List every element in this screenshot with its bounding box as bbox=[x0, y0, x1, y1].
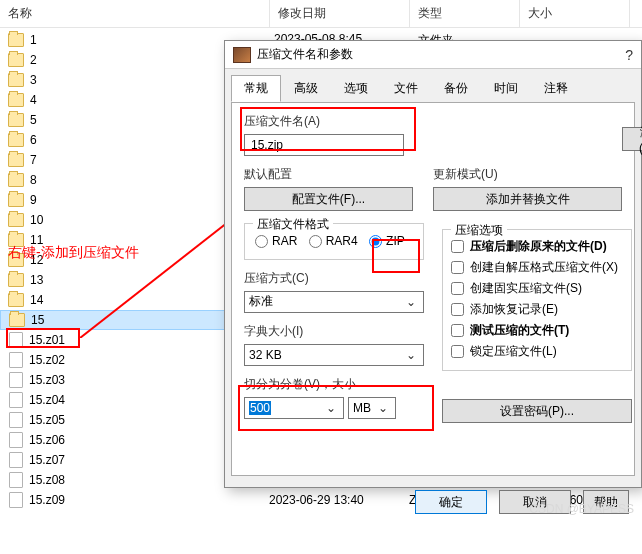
file-icon bbox=[9, 432, 23, 448]
file-icon bbox=[9, 412, 23, 428]
col-type[interactable]: 类型 bbox=[410, 0, 520, 27]
file-icon bbox=[9, 392, 23, 408]
chevron-down-icon: ⌄ bbox=[403, 348, 419, 362]
option-checkbox[interactable]: 锁定压缩文件(L) bbox=[451, 343, 623, 360]
method-label: 压缩方式(C) bbox=[244, 270, 424, 287]
folder-icon bbox=[9, 313, 25, 327]
folder-icon bbox=[8, 153, 24, 167]
options-legend: 压缩选项 bbox=[451, 222, 507, 239]
file-icon bbox=[9, 472, 23, 488]
chevron-down-icon: ⌄ bbox=[403, 295, 419, 309]
tab-时间[interactable]: 时间 bbox=[481, 75, 531, 102]
folder-icon bbox=[8, 73, 24, 87]
volume-unit-select[interactable]: MB⌄ bbox=[348, 397, 396, 419]
folder-name: 15 bbox=[31, 313, 44, 327]
winrar-icon bbox=[233, 47, 251, 63]
radio-rar[interactable]: RAR bbox=[255, 234, 297, 248]
tab-选项[interactable]: 选项 bbox=[331, 75, 381, 102]
dialog-titlebar[interactable]: 压缩文件名和参数 ? bbox=[225, 41, 641, 69]
col-size[interactable]: 大小 bbox=[520, 0, 630, 27]
tab-备份[interactable]: 备份 bbox=[431, 75, 481, 102]
folder-name: 4 bbox=[30, 93, 37, 107]
format-legend: 压缩文件格式 bbox=[253, 216, 333, 233]
options-column: 压缩选项 压缩后删除原来的文件(D)创建自解压格式压缩文件(X)创建固实压缩文件… bbox=[442, 271, 632, 423]
folder-name: 6 bbox=[30, 133, 37, 147]
file-icon bbox=[9, 332, 23, 348]
watermark: CSDN @BYAPESS bbox=[529, 502, 634, 516]
browse-button[interactable]: 浏览(B)... bbox=[622, 127, 642, 151]
file-icon bbox=[9, 452, 23, 468]
option-checkbox[interactable]: 测试压缩的文件(T) bbox=[451, 322, 623, 339]
chevron-down-icon: ⌄ bbox=[323, 401, 339, 415]
folder-icon bbox=[8, 33, 24, 47]
option-checkbox[interactable]: 压缩后删除原来的文件(D) bbox=[451, 238, 623, 255]
folder-name: 10 bbox=[30, 213, 43, 227]
folder-name: 14 bbox=[30, 293, 43, 307]
tab-高级[interactable]: 高级 bbox=[281, 75, 331, 102]
tab-文件[interactable]: 文件 bbox=[381, 75, 431, 102]
folder-icon bbox=[8, 213, 24, 227]
folder-name: 1 bbox=[30, 33, 37, 47]
tab-strip: 常规高级选项文件备份时间注释 bbox=[225, 69, 641, 102]
folder-icon bbox=[8, 113, 24, 127]
option-checkbox[interactable]: 创建自解压格式压缩文件(X) bbox=[451, 259, 623, 276]
col-date[interactable]: 修改日期 bbox=[270, 0, 410, 27]
dialog-title-text: 压缩文件名和参数 bbox=[257, 46, 353, 63]
option-checkbox[interactable]: 添加恢复记录(E) bbox=[451, 301, 623, 318]
update-mode-button[interactable]: 添加并替换文件 bbox=[433, 187, 622, 211]
folder-icon bbox=[8, 53, 24, 67]
file-icon bbox=[9, 372, 23, 388]
ok-button[interactable]: 确定 bbox=[415, 490, 487, 514]
archive-dialog: 压缩文件名和参数 ? 常规高级选项文件备份时间注释 压缩文件名(A) 浏览(B)… bbox=[224, 40, 642, 488]
col-name[interactable]: 名称 bbox=[0, 0, 270, 27]
radio-zip[interactable]: ZIP bbox=[369, 234, 405, 248]
archive-name-input[interactable] bbox=[244, 134, 404, 156]
volume-label: 切分为分卷(V)，大小 bbox=[244, 376, 424, 393]
chevron-down-icon: ⌄ bbox=[375, 401, 391, 415]
tab-general: 压缩文件名(A) 浏览(B)... 默认配置 配置文件(F)... 更新模式(U… bbox=[231, 102, 635, 476]
help-icon[interactable]: ? bbox=[625, 47, 633, 63]
folder-icon bbox=[8, 293, 24, 307]
file-icon bbox=[9, 352, 23, 368]
update-mode-label: 更新模式(U) bbox=[433, 166, 622, 183]
method-select[interactable]: 标准⌄ bbox=[244, 291, 424, 313]
tab-常规[interactable]: 常规 bbox=[231, 75, 281, 102]
volume-size-input[interactable]: 500⌄ bbox=[244, 397, 344, 419]
folder-icon bbox=[8, 273, 24, 287]
radio-rar4[interactable]: RAR4 bbox=[309, 234, 358, 248]
option-checkbox[interactable]: 创建固实压缩文件(S) bbox=[451, 280, 623, 297]
set-password-button[interactable]: 设置密码(P)... bbox=[442, 399, 632, 423]
column-headers: 名称 修改日期 类型 大小 bbox=[0, 0, 642, 28]
default-profile-label: 默认配置 bbox=[244, 166, 413, 183]
folder-icon bbox=[8, 133, 24, 147]
archive-name-label: 压缩文件名(A) bbox=[244, 113, 622, 130]
folder-name: 9 bbox=[30, 193, 37, 207]
folder-icon bbox=[8, 93, 24, 107]
options-fieldset: 压缩选项 压缩后删除原来的文件(D)创建自解压格式压缩文件(X)创建固实压缩文件… bbox=[442, 229, 632, 371]
folder-name: 2 bbox=[30, 53, 37, 67]
folder-name: 3 bbox=[30, 73, 37, 87]
dict-label: 字典大小(I) bbox=[244, 323, 424, 340]
folder-name: 8 bbox=[30, 173, 37, 187]
folder-icon bbox=[8, 193, 24, 207]
profiles-button[interactable]: 配置文件(F)... bbox=[244, 187, 413, 211]
file-icon bbox=[9, 492, 23, 508]
folder-name: 5 bbox=[30, 113, 37, 127]
folder-icon bbox=[8, 173, 24, 187]
format-fieldset: 压缩文件格式 RAR RAR4 ZIP bbox=[244, 223, 424, 260]
annotation-text: 右键-添加到压缩文件 bbox=[8, 244, 139, 262]
folder-name: 7 bbox=[30, 153, 37, 167]
folder-name: 13 bbox=[30, 273, 43, 287]
dict-select[interactable]: 32 KB⌄ bbox=[244, 344, 424, 366]
tab-注释[interactable]: 注释 bbox=[531, 75, 581, 102]
